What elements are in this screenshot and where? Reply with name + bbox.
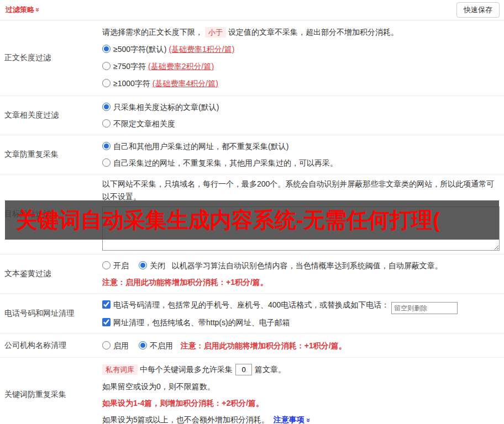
target-site-description: 以下网站不采集，只填域名，每行一个，最多200个。系统会自动识别并屏蔽那些非文章…: [102, 178, 500, 203]
phone-cleanup-option[interactable]: 电话号码清理，包括常见的手机号、座机号、400电话格式，或替换成如下电话：: [102, 300, 389, 309]
section-content-dedup: 自己和其他用户采集过的网址，都不重复采集(默认) 自己采集过的网址，不重复采集，…: [102, 135, 504, 174]
section-relevance-filter: 文章相关度过滤 只采集相关度达标的文章(默认) 不限定文章相关度: [0, 96, 504, 135]
section-porn-filter: 文本鉴黄过滤 开启 关闭 以机器学习算法自动识别色情内容，当色情概率达到系统阈值…: [0, 255, 504, 294]
section-content-porn: 开启 关闭 以机器学习算法自动识别色情内容，当色情概率达到系统阈值，自动屏蔽文章…: [102, 255, 504, 293]
notice-link[interactable]: 注意事项»: [274, 415, 310, 424]
porn-radio-on[interactable]: [102, 261, 111, 269]
length-option-1000-text: ≥1000字符: [113, 79, 150, 88]
filter-strategy-page: 过滤策略» 快速保存 正文长度过滤 请选择需求的正文长度下限，小于设定值的文章不…: [0, 0, 504, 424]
company-cost-note: 注意：启用此功能将增加积分消耗：+1积分/篇。: [181, 341, 347, 350]
keyword-limit-line: 私有词库中每个关键词最多允许采集篇文章。: [102, 361, 498, 378]
length-option-750[interactable]: ≥750字符(基础费率2积分/篇): [102, 58, 498, 75]
section-label-body-length: 正文长度过滤: [0, 20, 102, 96]
porn-cost-note: 注意：启用此功能将增加积分消耗：+1积分/篇。: [102, 274, 498, 290]
length-option-1000[interactable]: ≥1000字符(基础费率4积分/篇): [102, 75, 498, 92]
phone-cleanup-text: 电话号码清理，包括常见的手机号、座机号、400电话格式，或替换成如下电话：: [113, 300, 389, 309]
length-radio-500[interactable]: [102, 45, 111, 53]
quick-save-button[interactable]: 快速保存: [456, 2, 500, 18]
porn-option-off[interactable]: 关闭: [139, 261, 165, 270]
porn-radio-off[interactable]: [139, 261, 147, 269]
section-body-length-filter: 正文长度过滤 请选择需求的正文长度下限，小于设定值的文章不采集，超出部分不增加积…: [0, 20, 504, 96]
section-content-body-length: 请选择需求的正文长度下限，小于设定值的文章不采集，超出部分不增加积分消耗。 ≥5…: [102, 20, 504, 96]
relevance-radio-any[interactable]: [102, 119, 111, 128]
company-options-line: 启用 不启用 注意：启用此功能将增加积分消耗：+1积分/篇。: [102, 337, 498, 354]
phone-cleanup-checkbox[interactable]: [102, 300, 111, 309]
length-option-750-text: ≥750字符: [113, 62, 146, 71]
length-option-500-text: ≥500字符(默认): [113, 45, 166, 54]
phone-cleanup-line: 电话号码清理，包括常见的手机号、座机号、400电话格式，或替换成如下电话：: [102, 296, 498, 314]
dedup-option-all-users[interactable]: 自己和其他用户采集过的网址，都不重复采集(默认): [102, 138, 498, 155]
section-article-dedup: 文章防重复采集 自己和其他用户采集过的网址，都不重复采集(默认) 自己采集过的网…: [0, 135, 504, 174]
keyword-note-5plus-line: 如果设为5篇或以上，也不会额外增加积分消耗。注意事项»: [102, 411, 498, 424]
porn-options-line: 开启 关闭 以机器学习算法自动识别色情内容，当色情概率达到系统阈值，自动屏蔽文章…: [102, 257, 498, 274]
url-cleanup-checkbox[interactable]: [102, 318, 111, 326]
length-radio-750[interactable]: [102, 62, 111, 70]
company-option-disable[interactable]: 不启用: [139, 341, 173, 350]
private-lexicon-badge: 私有词库: [102, 364, 138, 375]
dedup-option-self-only[interactable]: 自己采集过的网址，不重复采集，其他用户采集过的，可以再采。: [102, 155, 498, 171]
section-label-dedup: 文章防重复采集: [0, 135, 102, 174]
dedup-radio-self-only[interactable]: [102, 158, 111, 167]
section-content-keyword: 私有词库中每个关键词最多允许采集篇文章。 如果留空或设为0，则不限篇数。 如果设…: [102, 358, 504, 424]
company-option-enable-text: 启用: [113, 341, 129, 350]
section-content-company: 启用 不启用 注意：启用此功能将增加积分消耗：+1积分/篇。: [102, 334, 504, 357]
relevance-option-strict-text: 只采集相关度达标的文章(默认): [113, 103, 219, 112]
url-cleanup-option[interactable]: 网址清理，包括纯域名、带http(s)的网址、电子邮箱: [102, 318, 290, 327]
company-option-disable-text: 不启用: [150, 341, 173, 350]
dedup-radio-all-users[interactable]: [102, 142, 111, 150]
section-label-relevance: 文章相关度过滤: [0, 96, 102, 135]
keyword-limit-suffix: 篇文章。: [255, 365, 286, 374]
length-option-750-fee: (基础费率2积分/篇): [148, 62, 214, 71]
porn-description: 以机器学习算法自动识别色情内容，当色情概率达到系统阈值，自动屏蔽文章。: [172, 261, 443, 270]
section-keyword-dedup: 关键词防重复采集 私有词库中每个关键词最多允许采集篇文章。 如果留空或设为0，则…: [0, 358, 504, 424]
length-description: 请选择需求的正文长度下限，小于设定值的文章不采集，超出部分不增加积分消耗。: [102, 24, 498, 41]
keyword-note-5plus-text: 如果设为5篇或以上，也不会额外增加积分消耗。: [102, 415, 269, 424]
page-title-text: 过滤策略: [6, 6, 34, 14]
keyword-note-1-4: 如果设为1-4篇，则增加积分消耗：+2积分/篇。: [102, 395, 498, 411]
section-label-porn: 文本鉴黄过滤: [0, 255, 102, 293]
page-title[interactable]: 过滤策略»: [6, 5, 40, 15]
length-option-500-fee: (基础费率1积分/篇): [169, 45, 234, 54]
company-radio-disable[interactable]: [139, 341, 147, 349]
porn-option-on-text: 开启: [113, 261, 129, 270]
chevron-double-down-icon: »: [300, 418, 316, 422]
relevance-radio-strict[interactable]: [102, 103, 111, 111]
watermark-overlay-banner: 关键词自动采集生成内容系统-无需任何打理(: [5, 200, 499, 240]
chevron-double-down-icon: »: [34, 8, 42, 12]
section-label-phone-url: 电话号码和网址清理: [0, 294, 102, 333]
length-option-500[interactable]: ≥500字符(默认)(基础费率1积分/篇): [102, 41, 498, 58]
keyword-limit-input[interactable]: [235, 364, 252, 375]
relevance-option-any[interactable]: 不限定文章相关度: [102, 115, 498, 132]
section-label-company: 公司机构名称清理: [0, 334, 102, 357]
keyword-note-zero: 如果留空或设为0，则不限篇数。: [102, 378, 498, 395]
porn-option-on[interactable]: 开启: [102, 261, 129, 270]
replacement-phone-input[interactable]: [391, 302, 458, 314]
watermark-text: 关键词自动采集生成内容系统-无需任何打理(: [5, 205, 440, 235]
url-cleanup-line: 网址清理，包括纯域名、带http(s)的网址、电子邮箱: [102, 314, 498, 331]
length-desc-post: 设定值的文章不采集，超出部分不增加积分消耗。: [228, 28, 398, 36]
company-option-enable[interactable]: 启用: [102, 341, 129, 350]
section-content-phone-url: 电话号码清理，包括常见的手机号、座机号、400电话格式，或替换成如下电话： 网址…: [102, 294, 504, 333]
company-radio-enable[interactable]: [102, 341, 111, 349]
dedup-option-all-users-text: 自己和其他用户采集过的网址，都不重复采集(默认): [113, 142, 288, 151]
less-than-badge: 小于: [205, 27, 226, 38]
section-company-cleanup: 公司机构名称清理 启用 不启用 注意：启用此功能将增加积分消耗：+1积分/篇。: [0, 334, 504, 358]
porn-option-off-text: 关闭: [150, 261, 165, 270]
length-desc-pre: 请选择需求的正文长度下限，: [102, 28, 203, 36]
url-cleanup-text: 网址清理，包括纯域名、带http(s)的网址、电子邮箱: [113, 318, 290, 327]
header-bar: 过滤策略» 快速保存: [0, 0, 504, 20]
section-label-keyword: 关键词防重复采集: [0, 358, 102, 424]
length-radio-1000[interactable]: [102, 79, 111, 87]
relevance-option-strict[interactable]: 只采集相关度达标的文章(默认): [102, 99, 498, 115]
section-content-relevance: 只采集相关度达标的文章(默认) 不限定文章相关度: [102, 96, 504, 135]
section-phone-url-cleanup: 电话号码和网址清理 电话号码清理，包括常见的手机号、座机号、400电话格式，或替…: [0, 294, 504, 334]
length-option-1000-fee: (基础费率4积分/篇): [153, 79, 218, 88]
dedup-option-self-only-text: 自己采集过的网址，不重复采集，其他用户采集过的，可以再采。: [113, 158, 338, 167]
relevance-option-any-text: 不限定文章相关度: [113, 119, 175, 128]
keyword-limit-text: 中每个关键词最多允许采集: [140, 365, 233, 374]
